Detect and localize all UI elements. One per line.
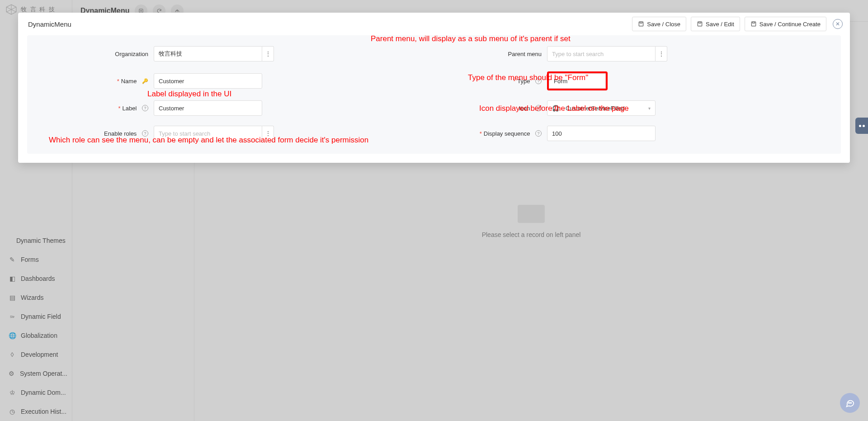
button-label: Save / Edit	[706, 21, 734, 28]
help-icon[interactable]: ?	[535, 78, 542, 84]
parent-menu-input[interactable]	[547, 46, 656, 61]
field-enable-roles: Enable roles ?	[68, 126, 407, 141]
svg-point-24	[849, 402, 850, 403]
select-value: - CustomerServiceFilled	[562, 105, 625, 112]
field-parent-menu: Parent menu	[461, 46, 800, 61]
field-display-sequence: *Display sequence ?	[461, 126, 800, 141]
field-label: *Display sequence ?	[461, 130, 547, 137]
field-label: Icon ?	[461, 105, 547, 112]
parent-menu-more-button[interactable]	[656, 46, 667, 61]
save-icon	[750, 21, 757, 27]
app-root: 牧 言 科 技 Dynamic Themes ✎Forms ◧Dashboard…	[0, 0, 868, 421]
svg-rect-21	[751, 22, 755, 26]
svg-rect-22	[753, 22, 755, 23]
annotation-parent: Parent menu, will display as a sub menu …	[371, 34, 571, 43]
modal-title: DynamicMenu	[28, 20, 71, 28]
svg-rect-18	[640, 22, 642, 23]
enable-roles-more-button[interactable]	[262, 126, 274, 141]
field-label: *Label ? ✕	[68, 100, 407, 116]
modal-actions: Save / Close Save / Edit Save / Continue…	[632, 17, 843, 31]
display-sequence-input[interactable]	[547, 126, 656, 141]
button-label: Save / Close	[647, 21, 680, 28]
name-input[interactable]	[154, 73, 262, 89]
field-label: Enable roles ?	[68, 130, 154, 137]
label-input[interactable]	[154, 100, 262, 116]
save-icon	[638, 21, 644, 27]
field-name: *Name 🔑 ✕	[68, 71, 407, 90]
save-icon	[697, 21, 703, 27]
svg-rect-20	[699, 22, 701, 23]
close-button[interactable]: ✕	[833, 19, 843, 29]
svg-rect-17	[639, 22, 643, 26]
modal-body: Organization Parent menu *Name 🔑	[27, 35, 841, 154]
type-highlight-box: Form	[547, 71, 608, 90]
field-label: Organization	[68, 51, 154, 57]
form-grid: Organization Parent menu *Name 🔑	[68, 46, 800, 141]
field-label: *Type ?	[461, 78, 547, 85]
save-close-button[interactable]: Save / Close	[632, 17, 686, 31]
help-icon[interactable]: ?	[142, 105, 148, 111]
field-organization: Organization	[68, 46, 407, 61]
organization-input[interactable]	[154, 46, 262, 61]
type-select[interactable]: Form	[549, 73, 606, 89]
chat-bubble-button[interactable]	[840, 393, 860, 413]
save-continue-button[interactable]: Save / Continue Create	[745, 17, 826, 31]
chat-icon	[845, 398, 855, 408]
svg-point-25	[851, 402, 851, 403]
field-label: Parent menu	[461, 51, 547, 57]
headphones-icon: 🎧	[552, 105, 559, 112]
icon-select[interactable]: 🎧- CustomerServiceFilled ▾	[547, 100, 656, 116]
save-edit-button[interactable]: Save / Edit	[691, 17, 740, 31]
field-type: *Type ? Form	[461, 71, 800, 90]
select-value: Form	[554, 78, 567, 85]
chevron-down-icon: ▾	[648, 106, 651, 111]
help-icon[interactable]: ?	[142, 130, 148, 137]
assistant-eyes-icon	[859, 125, 865, 127]
help-icon[interactable]: ?	[535, 105, 542, 111]
svg-point-23	[849, 402, 849, 403]
field-icon: Icon ? 🎧- CustomerServiceFilled ▾	[461, 100, 800, 116]
field-label: *Name 🔑	[68, 78, 154, 85]
enable-roles-input[interactable]	[154, 126, 262, 141]
organization-more-button[interactable]	[262, 46, 274, 61]
help-icon[interactable]: ?	[535, 130, 542, 137]
button-label: Save / Continue Create	[760, 21, 821, 28]
assistant-tab-button[interactable]	[855, 118, 868, 134]
modal-header: DynamicMenu Save / Close Save / Edit Sav…	[18, 13, 850, 35]
field-label-text: *Label ?	[68, 105, 154, 112]
key-icon: 🔑	[142, 78, 148, 84]
modal-dynamic-menu: DynamicMenu Save / Close Save / Edit Sav…	[18, 13, 850, 163]
svg-rect-19	[698, 22, 702, 26]
